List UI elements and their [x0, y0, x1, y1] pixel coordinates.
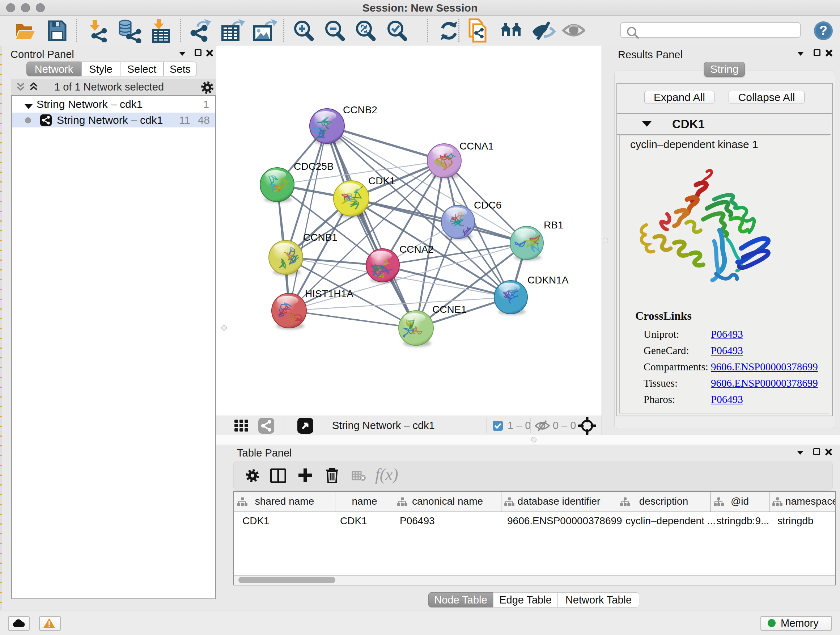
svg-text:HIST1H1A: HIST1H1A — [305, 288, 354, 299]
svg-text:CCNE1: CCNE1 — [432, 304, 467, 315]
svg-text:?: ? — [819, 23, 827, 38]
svg-text:CCNA1: CCNA1 — [459, 141, 494, 152]
svg-text:RB1: RB1 — [544, 219, 563, 231]
svg-text:CDKN1A: CDKN1A — [527, 274, 569, 286]
svg-text:CDK1: CDK1 — [368, 175, 395, 187]
svg-text:CDC25B: CDC25B — [294, 161, 333, 172]
svg-text:CDC6: CDC6 — [474, 200, 501, 211]
svg-text:CCNB2: CCNB2 — [343, 104, 377, 116]
svg-text:CCNA2: CCNA2 — [399, 244, 434, 255]
svg-text:CCNB1: CCNB1 — [303, 232, 338, 243]
